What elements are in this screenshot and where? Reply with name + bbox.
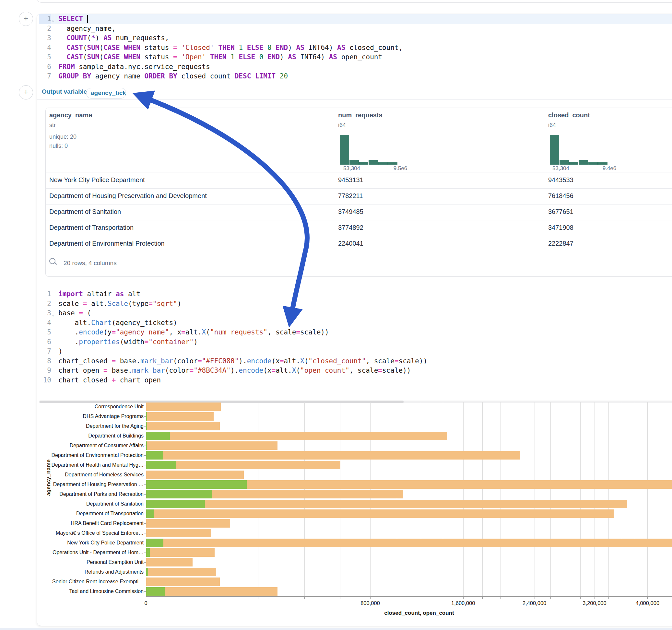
code-scrollbar-track[interactable] [39, 401, 672, 403]
x-axis-tick [501, 597, 501, 599]
table-dimensions-label: 20 rows, 4 columns [64, 260, 117, 267]
histogram-bar [550, 135, 559, 165]
code-line[interactable]: 7GROUP BY agency_name ORDER BY closed_co… [39, 72, 672, 81]
gridline [518, 402, 518, 596]
gridline [566, 402, 566, 596]
output-variable-input[interactable]: agency_tickets [86, 88, 126, 98]
code-line[interactable]: ˅1SELECT [39, 14, 672, 24]
plus-icon: + [24, 14, 28, 23]
line-number: 10 [39, 375, 51, 385]
line-number: 4 [39, 318, 51, 328]
code-line[interactable]: ˅3base = ( [39, 309, 672, 318]
bar-open-count [146, 500, 205, 508]
code-line[interactable]: 4 alt.Chart(agency_tickets) [39, 318, 672, 328]
gridline [397, 402, 397, 596]
line-number: 7 [39, 72, 51, 81]
gridline [340, 402, 340, 596]
output-variable-label: Output variable: [42, 88, 89, 95]
x-axis-tick [146, 597, 146, 599]
x-axis-tick [566, 597, 566, 599]
y-axis-label: Department of Sanitation [37, 501, 144, 507]
code-text: .encode(y="agency_name", x=alt.X("num_re… [55, 328, 329, 337]
table-cell: 2240041 [338, 240, 363, 247]
code-line[interactable]: 6 .properties(width="container") [39, 337, 672, 347]
line-number: 8 [39, 357, 51, 366]
x-axis-line [146, 596, 672, 597]
gridline [501, 402, 501, 596]
code-line[interactable]: 4 CAST(SUM(CASE WHEN status = 'Closed' T… [39, 43, 672, 53]
python-code-editor[interactable]: 1import altair as alt2scale = alt.Scale(… [39, 289, 672, 385]
code-line[interactable]: 6FROM sample_data.nyc.service_requests [39, 62, 672, 72]
code-line[interactable]: 2scale = alt.Scale(type="sqrt") [39, 299, 672, 309]
code-line[interactable]: 7) [39, 347, 672, 357]
y-axis-label: Department for the Aging [37, 423, 144, 429]
histogram-bar [388, 162, 398, 165]
search-icon-handle [54, 263, 57, 265]
code-line[interactable]: 2 agency_name, [39, 24, 672, 34]
code-text: GROUP BY agency_name ORDER BY closed_cou… [55, 72, 288, 81]
gridline [421, 402, 421, 596]
line-number: 4 [39, 43, 51, 53]
code-text: chart_closed = base.mark_bar(color="#FFC… [55, 357, 427, 366]
plus-icon: + [24, 88, 28, 96]
code-line[interactable]: 3 COUNT(*) AS num_requests, [39, 33, 672, 43]
gridline [370, 402, 370, 596]
code-text: base = ( [55, 309, 91, 318]
code-line[interactable]: 8chart_closed = base.mark_bar(color="#FF… [39, 357, 672, 366]
sql-code-editor[interactable]: ˅1SELECT 2 agency_name,3 COUNT(*) AS num… [39, 14, 672, 81]
histogram-bar [350, 160, 359, 165]
code-line[interactable]: 5 CAST(SUM(CASE WHEN status = 'Open' THE… [39, 52, 672, 62]
table-row[interactable]: Department of Environmental Protection22… [46, 236, 672, 252]
y-axis-tick [144, 543, 146, 543]
x-axis-tick [635, 597, 635, 599]
table-row[interactable]: Department of Housing Preservation and D… [46, 188, 672, 204]
code-line[interactable]: 5 .encode(y="agency_name", x=alt.X("num_… [39, 328, 672, 337]
y-axis-label: Correspondence Unit [37, 404, 144, 410]
histogram-bar [340, 135, 349, 165]
chart-y-axis-title: agency_name [45, 460, 52, 496]
bar-closed-count [146, 509, 614, 518]
x-axis-tick [608, 597, 609, 599]
code-line[interactable]: 1import altair as alt [39, 289, 672, 299]
x-axis-tick [397, 597, 397, 599]
code-line[interactable]: 10chart_closed + chart_open [39, 375, 672, 385]
code-text: alt.Chart(agency_tickets) [55, 318, 177, 328]
y-axis-tick [144, 426, 146, 427]
column-header-agency-name[interactable]: agency_name [49, 112, 92, 119]
add-cell-button-top[interactable]: + [19, 12, 33, 26]
gutter-divider [51, 299, 55, 309]
y-axis-tick [144, 484, 146, 485]
add-cell-button-output[interactable]: + [19, 85, 33, 99]
gutter-divider [51, 43, 55, 53]
x-axis-tick [463, 597, 463, 599]
bar-closed-count [146, 558, 193, 566]
table-cell: Department of Housing Preservation and D… [49, 192, 207, 200]
bar-open-count [146, 548, 150, 557]
bar-open-count [146, 461, 176, 469]
line-number: 9 [39, 366, 51, 375]
table-row[interactable]: New York City Police Department945313194… [46, 172, 672, 189]
table-search-button[interactable] [49, 258, 58, 266]
y-axis-tick [144, 504, 146, 504]
gutter-divider [51, 366, 55, 375]
x-axis-tick [258, 597, 258, 599]
table-cell: 3774892 [338, 224, 363, 232]
table-row[interactable]: Department of Transportation377489234719… [46, 220, 672, 236]
bar-closed-count [146, 403, 221, 411]
column-header-closed-count[interactable]: closed_count [548, 112, 590, 119]
bar-closed-count [146, 412, 214, 421]
notebook-page: { "colors":{"accent_blue":"#2b7bab","arr… [0, 0, 672, 630]
column-header-num-requests[interactable]: num_requests [338, 112, 383, 119]
gridline [258, 402, 258, 596]
y-axis-tick [144, 582, 146, 582]
gridline [622, 402, 622, 596]
code-scrollbar-thumb[interactable] [40, 401, 404, 403]
gutter-divider [51, 318, 55, 328]
bar-closed-count [146, 568, 216, 576]
x-axis-tick [550, 597, 551, 599]
code-line[interactable]: 9chart_open = base.mark_bar(color="#8BC3… [39, 366, 672, 375]
bar-closed-count [146, 422, 220, 430]
x-axis-tick-label: 2,400,000 [523, 600, 546, 606]
line-number: 6 [39, 337, 51, 347]
table-row[interactable]: Department of Sanitation37494853677651 [46, 204, 672, 220]
